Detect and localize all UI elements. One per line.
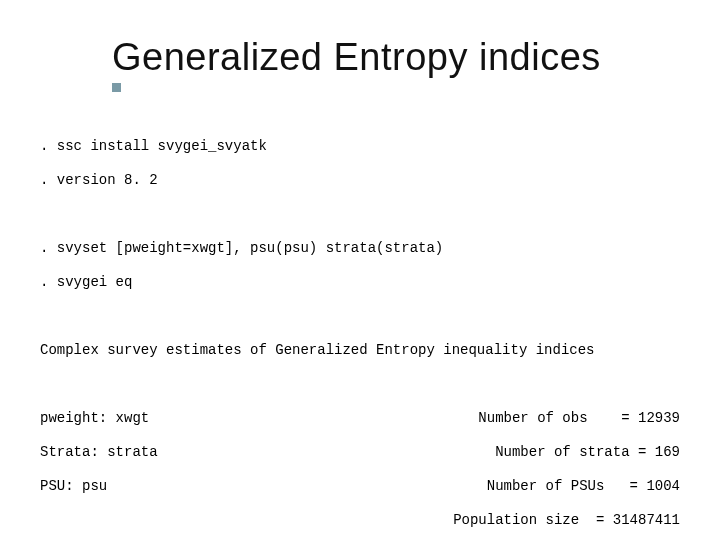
output-headline: Complex survey estimates of Generalized … xyxy=(40,342,700,359)
cmd-line: . svyset [pweight=xwgt], psu(psu) strata… xyxy=(40,240,700,257)
cmd-line: . svygei eq xyxy=(40,274,700,291)
survey-info-left: PSU: psu xyxy=(40,478,107,495)
code-output: . ssc install svygei_svyatk . version 8.… xyxy=(0,97,720,540)
survey-info-right: Number of strata = 169 xyxy=(495,444,700,461)
survey-info-left: Strata: strata xyxy=(40,444,158,461)
cmd-line: . ssc install svygei_svyatk xyxy=(40,138,700,155)
slide-title: Generalized Entropy indices xyxy=(112,36,680,79)
survey-info-right: Population size = 31487411 xyxy=(453,512,700,529)
title-decoration-icon xyxy=(112,83,121,92)
cmd-line: . version 8. 2 xyxy=(40,172,700,189)
survey-info-left: pweight: xwgt xyxy=(40,410,149,427)
survey-info-right: Number of obs = 12939 xyxy=(478,410,700,427)
survey-info-right: Number of PSUs = 1004 xyxy=(487,478,700,495)
